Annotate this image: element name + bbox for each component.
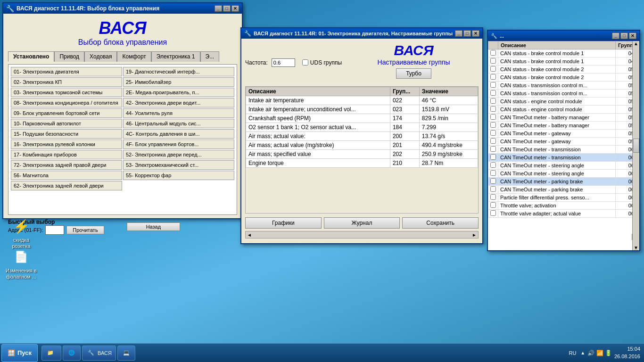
- addr-input[interactable]: [45, 225, 64, 235]
- rp-table-row[interactable]: CAN status - transmission control m... 0…: [488, 82, 639, 90]
- rp-row-checkbox-cell[interactable]: [488, 122, 498, 130]
- rp-table-row[interactable]: CAN TimeOut meter - battery manager 057: [488, 122, 639, 130]
- rp-row-checkbox-cell[interactable]: [488, 202, 498, 210]
- rp-row-checkbox[interactable]: [490, 58, 496, 64]
- rp-row-checkbox-cell[interactable]: [488, 49, 498, 58]
- rp-row-checkbox[interactable]: [490, 74, 496, 80]
- rp-row-checkbox[interactable]: [490, 178, 496, 184]
- rp-table-row[interactable]: CAN status - transmission control m... 0…: [488, 90, 639, 98]
- menu-item-42[interactable]: 42- Электроника двери водит...: [123, 98, 234, 107]
- rp-minimize-button[interactable]: _: [612, 33, 619, 39]
- rp-row-checkbox[interactable]: [490, 194, 496, 200]
- rp-table-row[interactable]: Throttle valve; activation 067: [488, 202, 639, 210]
- rp-row-checkbox[interactable]: [490, 90, 496, 96]
- taskbar-item-0[interactable]: 📁: [41, 346, 61, 361]
- rp-row-checkbox[interactable]: [490, 114, 496, 120]
- menu-item-46[interactable]: 46- Центральный модуль сис...: [123, 119, 234, 128]
- rp-table-row[interactable]: CAN status - brake control module 2 050: [488, 66, 639, 74]
- minimize-button[interactable]: _: [215, 5, 222, 12]
- diag-table-row[interactable]: Air mass; actual value (mg/stroke) 201 4…: [246, 141, 478, 150]
- menu-item-03[interactable]: 03- Электроника тормозной системы: [11, 88, 122, 97]
- rp-row-checkbox[interactable]: [490, 98, 496, 104]
- rp-row-checkbox-cell[interactable]: [488, 170, 498, 178]
- rp-row-checkbox-cell[interactable]: [488, 186, 498, 194]
- rp-table-row[interactable]: CAN TimeOut meter - gateway 059: [488, 138, 639, 146]
- rp-row-checkbox[interactable]: [490, 66, 496, 72]
- taskbar-item-vasya[interactable]: 🔧 ВАСЯ: [82, 346, 116, 361]
- scroll-thumb[interactable]: [633, 139, 639, 153]
- rp-row-checkbox-cell[interactable]: [488, 210, 498, 218]
- freq-input[interactable]: [272, 58, 295, 67]
- rp-row-checkbox-cell[interactable]: [488, 154, 498, 162]
- rp-row-checkbox[interactable]: [490, 138, 496, 144]
- rp-table-row[interactable]: CAN TimeOut meter - parking brake 065: [488, 186, 639, 194]
- save-button[interactable]: Сохранить: [402, 217, 479, 229]
- rp-table-row[interactable]: CAN TimeOut meter - transmission 060: [488, 146, 639, 154]
- menu-item-44[interactable]: 44- Усилитель руля: [123, 108, 234, 118]
- tab-privod[interactable]: Привод: [54, 51, 84, 62]
- diag-table-row[interactable]: Air mass; specified value 202 250.9 mg/s…: [246, 150, 478, 159]
- rp-row-checkbox-cell[interactable]: [488, 178, 498, 186]
- menu-item-25[interactable]: 25- Иммобилайзер: [123, 77, 234, 87]
- menu-item-62[interactable]: 62- Электроника задней левой двери: [11, 181, 122, 190]
- diag-table-row[interactable]: Air mass; actual value: 200 13.74 g/s: [246, 132, 478, 141]
- rp-table-row[interactable]: CAN TimeOut meter - gateway 058: [488, 130, 639, 138]
- rp-row-checkbox-cell[interactable]: [488, 58, 498, 66]
- hscroll-bar[interactable]: ◄ ►: [245, 231, 479, 239]
- tab-komfort[interactable]: Комфорт: [117, 51, 151, 62]
- menu-item-56[interactable]: 56- Магнитола: [11, 171, 122, 180]
- rp-row-checkbox[interactable]: [490, 186, 496, 192]
- rp-table-row[interactable]: Particle filter differential press. sens…: [488, 194, 639, 202]
- diag-table-row[interactable]: O2 sensor 1 bank 1; O2 sensor actual va.…: [246, 123, 478, 132]
- back-button[interactable]: Назад: [127, 222, 181, 231]
- diag-table-row[interactable]: Intake air temperature; unconditioned vo…: [246, 105, 478, 114]
- rp-row-checkbox[interactable]: [490, 210, 496, 216]
- tab-hodovaya[interactable]: Ходовая: [84, 51, 117, 62]
- menu-item-16[interactable]: 16- Электроника рулевой колонки: [11, 140, 122, 149]
- diag-table-row[interactable]: Engine torque 210 28.7 Nm: [246, 159, 478, 168]
- grafiki-button[interactable]: Графики: [245, 217, 322, 229]
- rp-row-checkbox-cell[interactable]: [488, 74, 498, 82]
- rp-table-row[interactable]: CAN status - brake control module 1 048: [488, 49, 639, 58]
- start-button[interactable]: 🪟 Пуск: [1, 344, 38, 362]
- diag-minimize-button[interactable]: _: [455, 30, 462, 37]
- rp-row-checkbox-cell[interactable]: [488, 146, 498, 154]
- rp-row-checkbox[interactable]: [490, 146, 496, 152]
- rp-row-checkbox-cell[interactable]: [488, 82, 498, 90]
- menu-item-72[interactable]: 72- Электроника задней правой двери: [11, 160, 122, 170]
- rp-row-checkbox-cell[interactable]: [488, 114, 498, 122]
- rp-close-button[interactable]: ✕: [629, 33, 636, 39]
- tab-electronics1[interactable]: Электроника 1: [151, 51, 200, 62]
- rp-row-checkbox[interactable]: [490, 122, 496, 128]
- journal-button[interactable]: Журнал: [324, 217, 400, 229]
- diag-maximize-button[interactable]: □: [463, 30, 471, 37]
- rp-row-checkbox[interactable]: [490, 202, 496, 208]
- tab-installed[interactable]: Установлено: [8, 51, 54, 62]
- maximize-button[interactable]: □: [223, 5, 231, 12]
- taskbar-item-computer[interactable]: 💻: [117, 346, 135, 361]
- rp-table-row[interactable]: CAN TimeOut meter - transmission 061: [488, 154, 639, 162]
- menu-item-02[interactable]: 02- Электроника КП: [11, 77, 122, 87]
- rp-row-checkbox[interactable]: [490, 82, 496, 88]
- rp-row-checkbox-cell[interactable]: [488, 98, 498, 106]
- rp-table-row[interactable]: CAN status - engine control module 054: [488, 98, 639, 106]
- rp-table-row[interactable]: CAN TimeOut meter - battery manager 056: [488, 114, 639, 122]
- rp-row-checkbox[interactable]: [490, 170, 496, 176]
- rp-row-checkbox-cell[interactable]: [488, 194, 498, 202]
- rp-row-checkbox[interactable]: [490, 106, 496, 112]
- rp-table-row[interactable]: CAN status - brake control module 2 051: [488, 74, 639, 82]
- desktop-icon-discount[interactable]: ⚡ скидкарозетка: [5, 217, 38, 249]
- rp-row-checkbox-cell[interactable]: [488, 130, 498, 138]
- menu-item-19[interactable]: 19- Диагностический интерф...: [123, 67, 234, 76]
- taskbar-item-1[interactable]: 🌐: [63, 346, 81, 361]
- rp-row-checkbox-cell[interactable]: [488, 66, 498, 74]
- menu-item-09[interactable]: 09- Блок управления бортовой сети: [11, 108, 122, 118]
- read-button[interactable]: Прочитать: [66, 226, 104, 234]
- menu-item-08[interactable]: 08- Электроника кондиционера / отопителя: [11, 98, 122, 107]
- right-panel-scrollbar[interactable]: ▲ ▼: [632, 41, 639, 250]
- menu-item-2e[interactable]: 2E- Медиа-проигрыватель, п...: [123, 88, 234, 97]
- uds-checkbox[interactable]: [302, 59, 308, 66]
- rp-table-row[interactable]: CAN status - brake control module 1 049: [488, 58, 639, 66]
- menu-item-15[interactable]: 15- Подушки безопасности: [11, 129, 122, 139]
- rp-table-row[interactable]: CAN TimeOut meter - steering angle 062: [488, 162, 639, 170]
